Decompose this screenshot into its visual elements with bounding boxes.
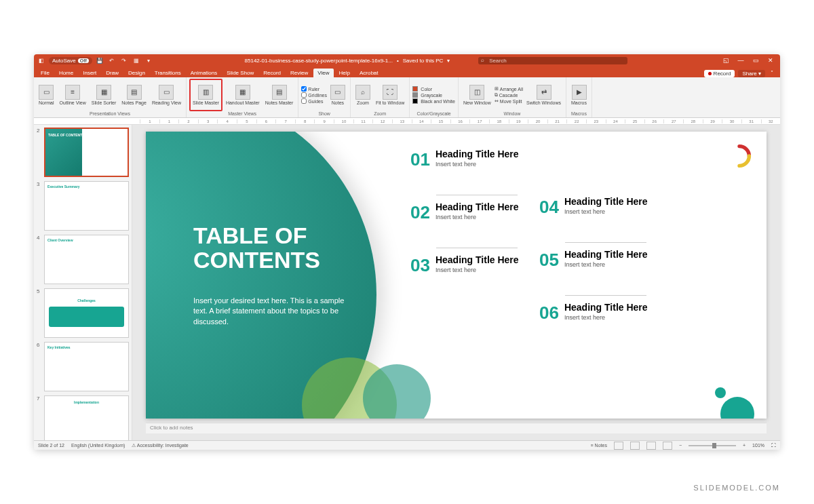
slide-sorter-button[interactable]: ▦Slide Sorter bbox=[90, 79, 119, 111]
zoom-out-button[interactable]: − bbox=[679, 443, 682, 448]
zoom-value[interactable]: 101% bbox=[752, 443, 764, 448]
toc-item-4[interactable]: 04 Heading Title HereInsert text here bbox=[539, 197, 648, 218]
thumbnail-item[interactable]: 5 Challenges bbox=[37, 288, 129, 338]
gridlines-checkbox[interactable]: Gridlines bbox=[301, 92, 327, 98]
record-button[interactable]: Record bbox=[704, 70, 735, 77]
share-button[interactable]: Share ▾ bbox=[738, 70, 765, 77]
macros-button[interactable]: ▶Macros bbox=[569, 79, 589, 111]
move-split-button[interactable]: ⇔ Move Split bbox=[495, 98, 523, 104]
ruler-checkbox[interactable]: Ruler bbox=[301, 86, 327, 92]
fit-to-window-icon[interactable]: ⛶ bbox=[771, 443, 776, 448]
autosave-label: AutoSave bbox=[52, 58, 76, 64]
tab-slideshow[interactable]: Slide Show bbox=[222, 69, 258, 77]
new-window-button[interactable]: ◫New Window bbox=[461, 79, 493, 111]
switch-windows-icon: ⇄ bbox=[537, 85, 551, 100]
slide-thumbnails-panel[interactable]: 2 TABLE OF CONTENTS 3 Executive Summary … bbox=[34, 125, 132, 440]
minimize-button[interactable]: — bbox=[734, 56, 748, 65]
cascade-button[interactable]: ⧉ Cascade bbox=[495, 92, 523, 98]
close-button[interactable]: ✕ bbox=[764, 56, 777, 65]
tab-record[interactable]: Record bbox=[259, 69, 285, 77]
tab-draw[interactable]: Draw bbox=[102, 69, 123, 77]
decorative-circle bbox=[715, 387, 726, 398]
notes-page-button[interactable]: ▤Notes Page bbox=[119, 79, 149, 111]
bw-swatch-icon bbox=[412, 98, 418, 104]
outline-view-button[interactable]: ≡Outline View bbox=[58, 79, 88, 111]
bw-button[interactable]: Black and White bbox=[412, 98, 455, 104]
tab-view[interactable]: View bbox=[313, 69, 333, 77]
quickstart-icon[interactable]: ▦ bbox=[132, 56, 141, 65]
tab-transitions[interactable]: Transitions bbox=[151, 69, 185, 77]
language-button[interactable]: English (United Kingdom) bbox=[71, 443, 125, 448]
toc-item-3[interactable]: 03 Heading Title HereInsert text here bbox=[410, 255, 519, 276]
thumbnail-item[interactable]: 3 Executive Summary bbox=[37, 181, 129, 231]
normal-view-button[interactable]: ▭Normal bbox=[37, 79, 56, 111]
toc-divider bbox=[565, 242, 646, 243]
toc-item-1[interactable]: 01 Heading Title HereInsert text here bbox=[410, 149, 519, 170]
fit-window-button[interactable]: ⛶Fit to Window bbox=[374, 79, 406, 111]
macros-icon: ▶ bbox=[572, 85, 587, 100]
slide-counter[interactable]: Slide 2 of 12 bbox=[38, 443, 64, 448]
sorter-view-icon[interactable] bbox=[630, 442, 640, 450]
notes-button[interactable]: ▭Notes bbox=[328, 79, 347, 111]
tab-home[interactable]: Home bbox=[55, 69, 77, 77]
handout-master-button[interactable]: ▦Handout Master bbox=[224, 79, 262, 111]
tab-help[interactable]: Help bbox=[335, 69, 354, 77]
thumbnail-slide-2[interactable]: TABLE OF CONTENTS bbox=[44, 128, 129, 177]
thumbnail-item[interactable]: 2 TABLE OF CONTENTS bbox=[37, 128, 129, 177]
color-button[interactable]: Color bbox=[412, 86, 455, 92]
thumbnail-slide-7[interactable]: Implementation bbox=[44, 395, 129, 440]
save-icon[interactable]: 💾 bbox=[95, 56, 104, 65]
zoom-button[interactable]: ⌕Zoom bbox=[353, 79, 372, 111]
tab-acrobat[interactable]: Acrobat bbox=[355, 69, 383, 77]
switch-windows-button[interactable]: ⇄Switch Windows bbox=[524, 79, 563, 111]
toc-column-2: 04 Heading Title HereInsert text here 05… bbox=[539, 197, 648, 348]
search-input[interactable]: Search bbox=[478, 57, 627, 64]
qat-dropdown-icon[interactable]: ▾ bbox=[144, 56, 153, 65]
zoom-slider[interactable] bbox=[689, 445, 736, 446]
guides-checkbox[interactable]: Guides bbox=[301, 98, 327, 104]
tab-file[interactable]: File bbox=[37, 69, 54, 77]
notes-master-button[interactable]: ▤Notes Master bbox=[263, 79, 296, 111]
tab-animations[interactable]: Animations bbox=[187, 69, 222, 77]
reading-view-button[interactable]: ▭Reading View bbox=[150, 79, 183, 111]
grayscale-button[interactable]: Grayscale bbox=[412, 92, 455, 98]
thumbnail-slide-4[interactable]: Client Overview bbox=[44, 235, 129, 284]
thumbnail-slide-6[interactable]: Key Initiatives bbox=[44, 342, 129, 391]
thumbnail-item[interactable]: 4 Client Overview bbox=[37, 235, 129, 284]
maximize-button[interactable]: ▭ bbox=[749, 56, 762, 65]
thumbnail-slide-5[interactable]: Challenges bbox=[44, 288, 129, 338]
new-window-icon: ◫ bbox=[469, 85, 484, 100]
toc-item-2[interactable]: 02 Heading Title HereInsert text here bbox=[410, 202, 519, 223]
toc-item-6[interactable]: 06 Heading Title HereInsert text here bbox=[539, 303, 648, 324]
autosave-toggle[interactable]: AutoSave Off bbox=[49, 57, 92, 64]
undo-icon[interactable]: ↶ bbox=[107, 56, 117, 65]
thumbnail-slide-3[interactable]: Executive Summary bbox=[44, 181, 129, 231]
reading-view-icon[interactable] bbox=[646, 442, 656, 450]
titlebar: ◧ AutoSave Off 💾 ↶ ↷ ▦ ▾ 85142-01-busine… bbox=[34, 54, 780, 66]
collapse-ribbon-icon[interactable]: ˅ bbox=[767, 69, 777, 77]
notes-pane[interactable]: Click to add notes bbox=[146, 423, 767, 433]
statusbar: Slide 2 of 12 English (United Kingdom) ⚠… bbox=[34, 440, 780, 450]
tab-review[interactable]: Review bbox=[286, 69, 312, 77]
reading-view-icon: ▭ bbox=[159, 85, 174, 100]
zoom-in-button[interactable]: + bbox=[743, 443, 745, 448]
ribbon-mode-icon[interactable]: ◱ bbox=[719, 56, 733, 65]
notes-icon: ▭ bbox=[330, 85, 345, 100]
notes-toggle[interactable]: ≡ Notes bbox=[591, 443, 607, 448]
powerpoint-window: ◧ AutoSave Off 💾 ↶ ↷ ▦ ▾ 85142-01-busine… bbox=[34, 54, 780, 450]
filename: 85142-01-business-case-study-powerpoint-… bbox=[245, 58, 393, 64]
tab-insert[interactable]: Insert bbox=[79, 69, 100, 77]
slideshow-view-icon[interactable] bbox=[663, 442, 672, 450]
redo-icon[interactable]: ↷ bbox=[119, 56, 129, 65]
slide-master-button[interactable]: ▥Slide Master bbox=[189, 79, 222, 111]
thumbnail-item[interactable]: 6 Key Initiatives bbox=[37, 342, 129, 391]
slide-subtitle[interactable]: Insert your desired text here. This is a… bbox=[193, 296, 349, 327]
accessibility-button[interactable]: ⚠ Accessibility: Investigate bbox=[132, 443, 188, 448]
slide-title[interactable]: TABLE OF CONTENTS bbox=[193, 224, 320, 272]
slide-canvas[interactable]: TABLE OF CONTENTS Insert your desired te… bbox=[146, 132, 767, 419]
toc-item-5[interactable]: 05 Heading Title HereInsert text here bbox=[539, 250, 648, 271]
normal-view-icon[interactable] bbox=[614, 442, 623, 450]
thumbnail-item[interactable]: 7 Implementation bbox=[37, 395, 129, 440]
tab-design[interactable]: Design bbox=[124, 69, 149, 77]
arrange-all-button[interactable]: ⊞ Arrange All bbox=[495, 86, 523, 92]
